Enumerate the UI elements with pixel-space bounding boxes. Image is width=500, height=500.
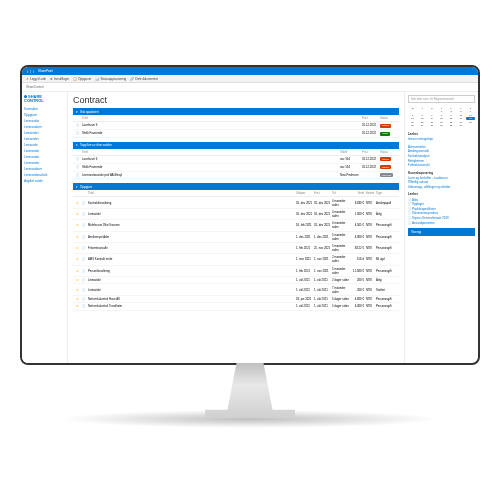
calendar-day[interactable]: 29	[437, 124, 446, 127]
link-section: KunnskapsseringLover og forskrifter - Lo…	[408, 171, 475, 190]
logo: SHARE CONTROL	[24, 95, 65, 103]
calendar-day[interactable]	[418, 127, 427, 128]
section-title: Kunnskapssering	[408, 171, 475, 175]
link-section: Lenker📄Arkiv📄Oppføger📄Produktspesifikate…	[408, 192, 475, 225]
panel-header[interactable]: ▾Oppgave	[73, 183, 399, 190]
status-badge: Utløpt	[380, 157, 391, 161]
ribbon-item[interactable]: ↗Legg til side	[26, 77, 46, 81]
sidebar-item[interactable]: Avgiftet avtale	[24, 178, 65, 184]
link-icon: 📄	[408, 207, 411, 211]
link-icon: 📄	[408, 211, 411, 215]
table-row[interactable]: ★📄Leieavtale31. des 202131. des 20214 må…	[73, 209, 399, 220]
ribbon-item[interactable]: 📊Statusoppsumering	[95, 77, 126, 81]
calendar-day[interactable]: 30	[447, 124, 456, 127]
section-title: Lenker	[408, 132, 475, 136]
status-badge: Snart	[380, 132, 390, 136]
table-row[interactable]: 📄Shikk Framende31.12.2022Snart	[73, 130, 399, 138]
footer-button[interactable]: Viserag	[408, 228, 475, 236]
panel-header[interactable]: ▾Topp fire av dine avtaler	[73, 142, 399, 149]
ribbon-icon: ↗	[26, 77, 29, 81]
ribbon-item[interactable]: 📋Oppgaver	[73, 77, 91, 81]
link-section: ÅrinnsendelseAvtalingsoversiktKontraktsa…	[408, 145, 475, 168]
calendar[interactable]: MTOTFLS123456789101112131415161718192021…	[408, 106, 475, 128]
calendar-day[interactable]: 31	[456, 124, 465, 127]
page-title: Contract	[73, 95, 399, 105]
table-row[interactable]: ★📄AMS Kontrakt ende1. mar 20211. nov 202…	[73, 254, 399, 265]
ribbon-item[interactable]: 🔗Dele dokumenter	[130, 77, 158, 81]
link-section: LenkerInterne retningslinjer	[408, 132, 475, 142]
section-title: Lenker	[408, 192, 475, 196]
calendar-day[interactable]	[408, 127, 417, 128]
link-item[interactable]: Interne retningslinjer	[408, 137, 475, 142]
search-input[interactable]: Søk etter noe i ett Regnetrosentrol	[408, 95, 475, 103]
ribbon-icon: 🔗	[130, 77, 134, 81]
table-row[interactable]: 📄Shikk Framendenov 19431.12.2022Utløpt	[73, 164, 399, 172]
table-row[interactable]: 📄Låsehuset 9nov 19431.12.2022Utløpt	[73, 156, 399, 164]
link-item[interactable]: Fullmaktsoversikt	[408, 163, 475, 168]
table-row[interactable]: 📄Låsehuset 931.12.2022Utløpt	[73, 122, 399, 130]
app-name: SharePoint	[38, 69, 53, 73]
ribbon-icon: ⚙	[50, 77, 53, 81]
status-badge: Utløpt	[380, 165, 391, 169]
ribbon-label: Legg til side	[30, 77, 46, 81]
ribbon-label: Dele dokumenter	[135, 77, 158, 81]
table-row[interactable]: ★📄Leieavtale1. okt 20211. okt 20217 måne…	[73, 284, 399, 295]
panel-recent: ▾Sist oppdatert TittelFristStatus 📄Låseh…	[73, 108, 399, 138]
ribbon-label: Oppgaver	[78, 77, 91, 81]
status-badge: Utløpt	[380, 124, 391, 128]
table-row[interactable]: ★📄Mulehusvei Dike Svanom16. feb 202131. …	[73, 220, 399, 231]
panel-tasks: ▾Oppgave TittelUtløperFristTidVerdiEndre…	[73, 183, 399, 310]
panel-header[interactable]: ▾Sist oppdatert	[73, 108, 399, 115]
table-row[interactable]: ★📄Leieavtale1. okt 20211. okt 20212 dage…	[73, 277, 399, 284]
ribbon-label: Statusoppsumering	[100, 77, 126, 81]
ribbon: ↗Legg til side⚙Innstillinger📋Oppgaver📊St…	[22, 75, 478, 83]
ribbon-icon: 📋	[73, 77, 77, 81]
menu-icon[interactable]: ⋮⋮⋮	[26, 69, 35, 73]
table-row[interactable]: ★📄Nettverkskontrol Trondheim1. okt 20211…	[73, 303, 399, 310]
status-badge: Ikke klar	[380, 173, 393, 177]
link-icon: 📄	[408, 202, 411, 206]
sidebar: SHARE CONTROL KontrakterOppgaverLeverand…	[22, 92, 68, 363]
table-row[interactable]: ★📄Annikemynt Adm1. des 20211. des 20215 …	[73, 232, 399, 243]
ribbon-item[interactable]: ⚙Innstillinger	[50, 77, 69, 81]
table-row[interactable]: 📄Leverandøravtale prof AA lilleoylNina P…	[73, 172, 399, 180]
ribbon-icon: 📊	[95, 77, 99, 81]
link-icon: 📄	[408, 221, 411, 225]
table-row[interactable]: ★📄Personforvaltning1. feb 20211. nov 202…	[73, 266, 399, 277]
link-icon: 📄	[408, 198, 411, 202]
calendar-day[interactable]: 11	[466, 113, 475, 116]
table-row[interactable]: ★📄Fritsentravstalle1. feb 202125. nov 20…	[73, 243, 399, 254]
calendar-day[interactable]	[466, 124, 475, 127]
link-icon: 📄	[408, 216, 411, 220]
ribbon-label: Innstillinger	[54, 77, 69, 81]
right-column: Søk etter noe i ett Regnetrosentrol MTOT…	[404, 92, 478, 363]
titlebar: ⋮⋮⋮ SharePoint	[22, 67, 478, 75]
link-item[interactable]: Utdannings, utfellinger og utleieler	[408, 185, 475, 190]
table-row[interactable]: ★📄Kontraktforvaltning31. des 202131. des…	[73, 197, 399, 208]
link-item[interactable]: 📄Avstandparameter	[408, 220, 475, 225]
table-row[interactable]: ★📄Nettverkskontrol Huse AS18. jan 20211.…	[73, 296, 399, 303]
breadcrumb[interactable]: ShareControl	[22, 83, 478, 92]
calendar-day[interactable]	[427, 127, 436, 128]
main-content: Contract ▾Sist oppdatert TittelFristStat…	[68, 92, 404, 363]
panel-top: ▾Topp fire av dine avtaler TittelTildelt…	[73, 142, 399, 180]
